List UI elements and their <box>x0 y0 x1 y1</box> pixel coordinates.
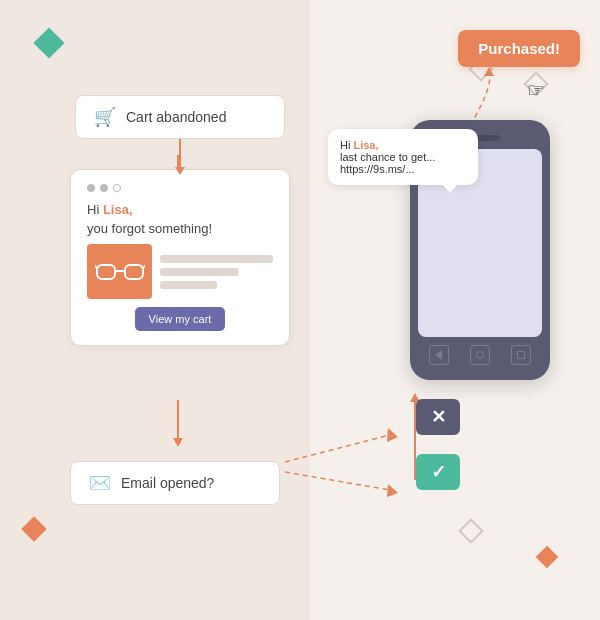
cart-icon: 🛒 <box>94 106 116 128</box>
svg-marker-7 <box>387 484 398 497</box>
phone-recent-btn <box>511 345 531 365</box>
email-subtext: you forgot something! <box>87 221 273 236</box>
phone-controls <box>418 337 542 365</box>
sms-bubble: Hi Lisa, last chance to get... https://9… <box>328 129 478 185</box>
cart-abandoned-label: Cart abandoned <box>126 109 226 125</box>
svg-line-14 <box>95 265 97 269</box>
email-line-2 <box>160 268 239 276</box>
svg-marker-5 <box>387 428 398 442</box>
svg-rect-11 <box>97 265 115 279</box>
email-dots <box>87 184 273 192</box>
email-opened-box[interactable]: ✉️ Email opened? <box>70 461 280 505</box>
back-icon <box>435 350 442 360</box>
left-flow: 🛒 Cart abandoned Hi Lisa, you forgot som… <box>70 95 290 346</box>
check-box[interactable]: ✓ <box>416 454 460 490</box>
dot-3 <box>113 184 121 192</box>
diamond-outline-3-icon <box>458 518 483 543</box>
email-opened-label: Email opened? <box>121 475 214 491</box>
cart-abandoned-box[interactable]: 🛒 Cart abandoned <box>75 95 285 139</box>
purchased-button[interactable]: Purchased! <box>458 30 580 67</box>
view-cart-button[interactable]: View my cart <box>135 307 226 331</box>
svg-rect-12 <box>125 265 143 279</box>
phone-back-btn <box>429 345 449 365</box>
dot-2 <box>100 184 108 192</box>
phone-device: Hi Lisa, last chance to get... https://9… <box>410 120 550 380</box>
email-opened-icon: ✉️ <box>89 472 111 494</box>
email-product-image <box>87 244 152 299</box>
phone-screen: Hi Lisa, last chance to get... https://9… <box>418 149 542 337</box>
email-preview-card: Hi Lisa, you forgot something! <box>70 169 290 346</box>
arrow-down-1 <box>179 139 181 169</box>
phone-home-btn <box>470 345 490 365</box>
home-icon <box>476 351 484 359</box>
svg-line-15 <box>143 265 145 269</box>
email-greeting: Hi Lisa, <box>87 202 273 217</box>
email-line-1 <box>160 255 273 263</box>
diamond-orange2-icon <box>536 546 559 569</box>
email-text-lines <box>160 244 273 299</box>
recent-icon <box>517 351 525 359</box>
x-box[interactable]: ✕ <box>416 399 460 435</box>
email-content <box>87 244 273 299</box>
cursor-icon: ☞ <box>527 78 545 102</box>
email-line-3 <box>160 281 217 289</box>
dot-1 <box>87 184 95 192</box>
